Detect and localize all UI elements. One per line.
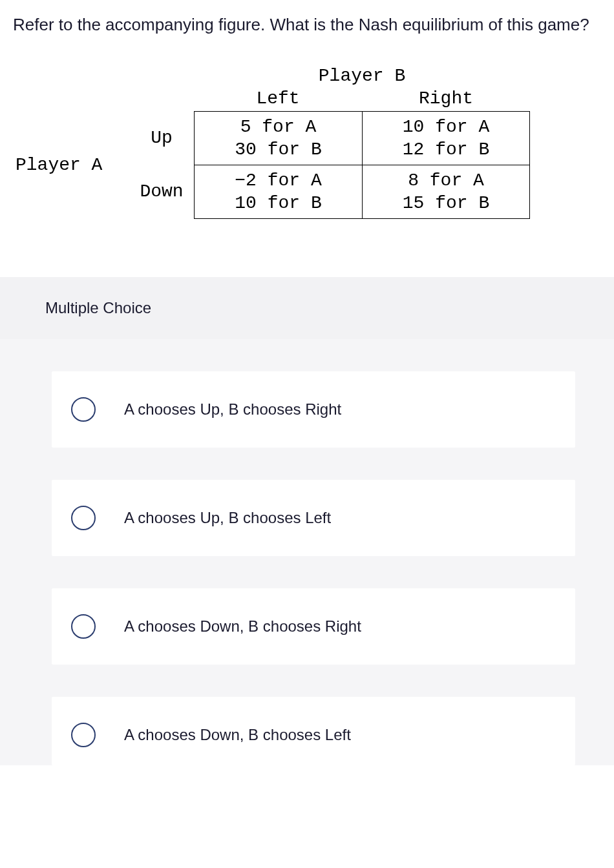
option-label: A chooses Up, B chooses Right — [124, 400, 341, 418]
col-header-right: Right — [362, 87, 530, 111]
row-header-up: Up — [129, 111, 194, 165]
payoff-b: 15 for B — [368, 192, 524, 214]
col-header-left: Left — [194, 87, 362, 111]
cell-down-right: 8 for A 15 for B — [362, 165, 530, 219]
option-label: A chooses Up, B chooses Left — [124, 509, 331, 527]
radio-icon[interactable] — [71, 723, 96, 747]
cell-up-right: 10 for A 12 for B — [362, 111, 530, 165]
player-a-header: Player A — [13, 111, 129, 219]
option-2[interactable]: A chooses Up, B chooses Left — [52, 480, 575, 556]
player-b-header: Player B — [194, 63, 530, 87]
option-1[interactable]: A chooses Up, B chooses Right — [52, 371, 575, 448]
cell-down-left: −2 for A 10 for B — [194, 165, 362, 219]
question-text: Refer to the accompanying figure. What i… — [13, 13, 601, 37]
payoff-a: 8 for A — [368, 169, 524, 192]
option-label: A chooses Down, B chooses Right — [124, 617, 361, 636]
radio-icon[interactable] — [71, 614, 96, 639]
payoff-a: 10 for A — [368, 116, 524, 138]
radio-icon[interactable] — [71, 397, 96, 422]
cell-up-left: 5 for A 30 for B — [194, 111, 362, 165]
option-3[interactable]: A chooses Down, B chooses Right — [52, 588, 575, 665]
option-4[interactable]: A chooses Down, B chooses Left — [52, 697, 575, 765]
row-header-down: Down — [129, 165, 194, 219]
payoff-b: 30 for B — [200, 138, 357, 161]
payoff-matrix: Player B Left Right Player A Up 5 for A … — [13, 63, 601, 219]
mc-heading: Multiple Choice — [0, 277, 614, 339]
payoff-a: −2 for A — [200, 169, 357, 192]
multiple-choice-section: Multiple Choice A chooses Up, B chooses … — [0, 277, 614, 765]
payoff-a: 5 for A — [200, 116, 357, 138]
radio-icon[interactable] — [71, 506, 96, 530]
payoff-b: 10 for B — [200, 192, 357, 214]
payoff-b: 12 for B — [368, 138, 524, 161]
option-label: A chooses Down, B chooses Left — [124, 726, 351, 744]
